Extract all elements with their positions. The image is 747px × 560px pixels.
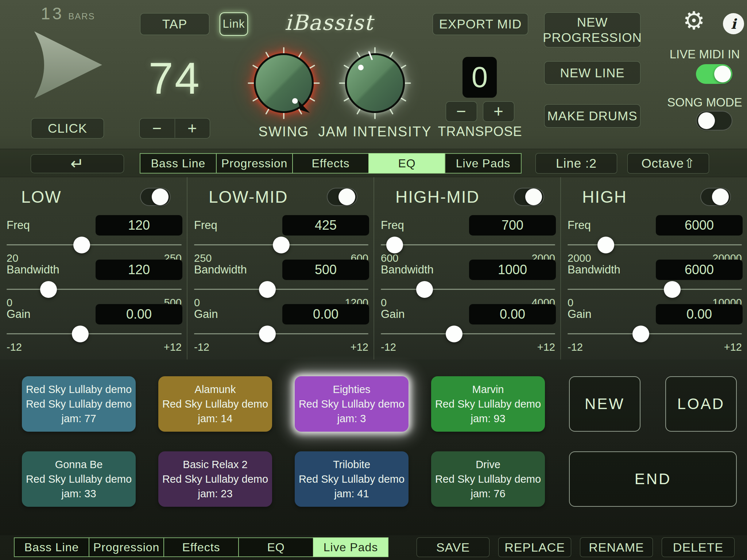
tab-bass-line-bottom[interactable]: Bass Line <box>14 537 89 557</box>
make-drums-button[interactable]: MAKE DRUMS <box>544 104 640 128</box>
tab-live-pads[interactable]: Live Pads <box>445 153 522 174</box>
view-tab-strip: ↵ Bass Line Progression Effects EQ Live … <box>0 149 747 177</box>
bandwidth-slider-thumb[interactable] <box>664 281 681 298</box>
transpose-plus-button[interactable]: + <box>483 101 514 122</box>
gain-label: Gain <box>194 308 218 321</box>
gain-slider[interactable] <box>381 325 555 343</box>
pad-subtitle: Red Sky Lullaby demo <box>162 473 268 485</box>
tab-eq-bottom[interactable]: EQ <box>238 537 314 557</box>
pad-drive[interactable]: Drive Red Sky Lullaby demo jam: 76 <box>431 451 545 507</box>
pad-gonna-be[interactable]: Gonna Be Red Sky Lullaby demo jam: 33 <box>22 451 136 507</box>
gain-max: +12 <box>537 341 555 353</box>
low-band-toggle[interactable] <box>140 188 171 206</box>
freq-slider-thumb[interactable] <box>73 237 90 253</box>
tab-progression-bottom[interactable]: Progression <box>89 537 164 557</box>
play-button[interactable] <box>25 28 104 102</box>
ableton-link-button[interactable]: Link <box>220 12 248 36</box>
jam-intensity-knob[interactable] <box>338 46 412 120</box>
tap-tempo-button[interactable]: TAP <box>140 13 209 35</box>
freq-slider-thumb[interactable] <box>597 237 614 253</box>
delete-button[interactable]: DELETE <box>662 537 735 557</box>
bandwidth-param: Bandwidth 1000 0 4000 <box>374 260 560 309</box>
live-midi-in-toggle[interactable] <box>696 64 732 84</box>
slider-track <box>7 333 182 334</box>
gain-slider-thumb[interactable] <box>259 326 276 342</box>
bandwidth-slider[interactable] <box>381 281 555 298</box>
gain-slider[interactable] <box>194 325 368 343</box>
freq-param: Freq 700 600 2000 <box>374 215 560 264</box>
line-select-button[interactable]: Line :2 <box>535 153 617 174</box>
transpose-minus-button[interactable]: − <box>446 101 477 122</box>
app-logo: iBassist <box>274 7 384 38</box>
tab-live-pads-bottom[interactable]: Live Pads <box>313 537 388 557</box>
gain-slider-thumb[interactable] <box>632 326 649 342</box>
bandwidth-slider[interactable] <box>194 281 368 298</box>
pad-basic-relax-2[interactable]: Basic Relax 2 Red Sky Lullaby demo jam: … <box>158 451 272 507</box>
pad-alamunk[interactable]: Alamunk Red Sky Lullaby demo jam: 14 <box>158 376 272 432</box>
transpose-value: 0 <box>462 57 497 98</box>
rename-button[interactable]: RENAME <box>580 537 653 557</box>
new-pad-button[interactable]: NEW <box>569 376 640 432</box>
bars-count: 13 <box>41 4 64 23</box>
click-button[interactable]: CLICK <box>31 118 104 139</box>
low-mid-band-toggle[interactable] <box>327 188 357 206</box>
high-band-toggle[interactable] <box>700 188 731 206</box>
bandwidth-slider-thumb[interactable] <box>259 281 276 298</box>
end-button[interactable]: END <box>569 451 737 507</box>
pad-title: Alamunk <box>195 384 236 396</box>
new-line-button[interactable]: NEW LINE <box>544 61 640 85</box>
toggle-knob <box>338 188 355 205</box>
bandwidth-slider-thumb[interactable] <box>416 281 433 298</box>
tab-effects-bottom[interactable]: Effects <box>163 537 239 557</box>
tab-effects[interactable]: Effects <box>292 153 369 174</box>
gain-slider[interactable] <box>568 325 742 343</box>
eq-band-high-mid: HIGH-MID Freq 700 600 2000 <box>374 177 560 359</box>
replace-button[interactable]: REPLACE <box>498 537 571 557</box>
slider-track <box>381 244 555 245</box>
bpm-plus-button[interactable]: + <box>175 119 210 138</box>
bandwidth-slider[interactable] <box>568 281 742 298</box>
high-mid-band-toggle[interactable] <box>514 188 544 206</box>
pad-marvin[interactable]: Marvin Red Sky Lullaby demo jam: 93 <box>431 376 545 432</box>
tab-eq[interactable]: EQ <box>368 153 445 174</box>
freq-slider[interactable] <box>194 236 368 254</box>
bpm-minus-button[interactable]: − <box>140 119 175 138</box>
new-progression-button[interactable]: NEW PROGRESSION <box>544 12 640 47</box>
slider-track <box>568 244 742 245</box>
pad-red-sky-lullaby-demo[interactable]: Red Sky Lullaby demo Red Sky Lullaby dem… <box>22 376 136 432</box>
bandwidth-slider[interactable] <box>7 281 182 298</box>
freq-param: Freq 425 250 600 <box>187 215 374 264</box>
gain-label: Gain <box>568 308 591 321</box>
freq-slider-thumb[interactable] <box>273 237 290 253</box>
gain-slider-thumb[interactable] <box>72 326 89 342</box>
octave-up-button[interactable]: Octave⇧ <box>627 153 709 174</box>
pad-jam: jam: 23 <box>198 488 232 500</box>
info-icon[interactable]: i <box>723 13 744 34</box>
freq-label: Freq <box>7 219 30 232</box>
gain-value: 0.00 <box>656 304 743 324</box>
tab-progression[interactable]: Progression <box>216 153 293 174</box>
song-mode-toggle[interactable] <box>696 111 732 131</box>
freq-slider[interactable] <box>381 236 555 254</box>
settings-gear-icon[interactable]: ⚙ <box>683 8 705 33</box>
gain-min: -12 <box>381 341 396 353</box>
freq-value: 425 <box>282 215 369 236</box>
export-mid-button[interactable]: EXPORT MID <box>433 13 528 35</box>
gain-slider[interactable] <box>7 325 182 343</box>
swing-knob[interactable] <box>247 46 321 120</box>
return-button[interactable]: ↵ <box>31 154 124 173</box>
bandwidth-slider-thumb[interactable] <box>40 281 57 298</box>
pad-subtitle: Red Sky Lullaby demo <box>299 473 405 485</box>
freq-slider-thumb[interactable] <box>386 237 403 253</box>
band-title: LOW-MID <box>209 187 288 207</box>
pad-trilobite[interactable]: Trilobite Red Sky Lullaby demo jam: 41 <box>295 451 409 507</box>
load-pad-button[interactable]: LOAD <box>665 376 737 432</box>
gain-slider-thumb[interactable] <box>446 326 462 342</box>
freq-slider[interactable] <box>7 236 182 254</box>
save-button[interactable]: SAVE <box>417 537 489 557</box>
tab-bass-line[interactable]: Bass Line <box>140 153 217 174</box>
bottom-bar: Bass Line Progression Effects EQ Live Pa… <box>0 535 747 560</box>
freq-slider[interactable] <box>568 236 742 254</box>
pad-eighties-selected[interactable]: Eighties Red Sky Lullaby demo jam: 3 <box>295 376 409 432</box>
gain-label: Gain <box>7 308 30 321</box>
